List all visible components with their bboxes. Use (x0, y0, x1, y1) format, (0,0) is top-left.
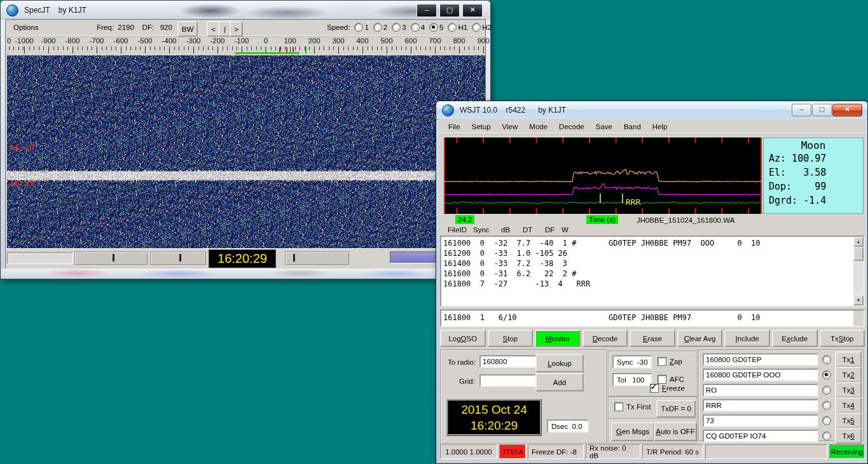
tx3-input[interactable] (703, 384, 818, 397)
avg-text-area[interactable]: 161800 1 6/10 GD0TEP JH0BBE PM97 0 10 (440, 309, 865, 327)
tx1-button[interactable]: Tx1 (835, 351, 862, 367)
waterfall-display[interactable] (7, 55, 485, 248)
tx-stop-button[interactable]: Tx Stop (820, 330, 865, 347)
wsjt-maximize-button[interactable]: ▢ (812, 104, 832, 116)
gain-slider-2[interactable] (150, 251, 206, 265)
specjt-titlebar[interactable]: SpecJT by K1JT – ▢ ✕ (1, 1, 490, 20)
freeze-checkbox[interactable] (650, 384, 659, 393)
scroll-down-icon[interactable]: ▼ (853, 295, 864, 306)
grid-input[interactable] (479, 374, 538, 387)
tx4-input[interactable] (703, 399, 818, 412)
specjt-maximize-button[interactable]: ▢ (439, 4, 460, 17)
menu-view[interactable]: View (497, 120, 524, 133)
specjt-close-button[interactable]: ✕ (462, 4, 483, 17)
menu-mode[interactable]: Mode (523, 120, 553, 133)
tol-box[interactable]: Tol 100 (612, 373, 652, 386)
slider-thumb[interactable] (293, 254, 295, 262)
txdf-button[interactable]: TxDF = 0 (656, 400, 696, 418)
scroll-right-button[interactable]: > (230, 21, 243, 37)
freeze-df-status: Freeze DF: -8 (528, 444, 584, 459)
decode-button[interactable]: Decode (582, 330, 628, 347)
menu-help[interactable]: Help (647, 120, 673, 133)
zap-checkbox[interactable] (658, 357, 666, 366)
tx1-radio[interactable] (822, 355, 831, 364)
wsjt-titlebar[interactable]: WSJT 10.0 r5422 by K1JT – ▢ ✕ (436, 101, 867, 120)
gain-slider-3[interactable] (285, 251, 349, 265)
speed-radio-h2[interactable] (472, 23, 481, 32)
specjt-minimize-button[interactable]: – (417, 4, 437, 17)
tx6-button[interactable]: Tx6 (835, 428, 862, 444)
speed-radio-5[interactable] (429, 23, 438, 32)
rx-passband-bar (235, 52, 300, 54)
rate-ratios: 1.0000 1.0000 (440, 444, 497, 459)
options-menu[interactable]: Options (13, 24, 39, 31)
tx6-input[interactable] (703, 430, 818, 442)
speed-radio-3[interactable] (392, 23, 401, 32)
afc-checkbox[interactable] (658, 375, 666, 384)
tx4-radio[interactable] (822, 401, 831, 410)
erase-button[interactable]: Erase (630, 330, 675, 347)
tx2-button[interactable]: Tx2 (835, 367, 862, 383)
speed-option-label: 5 (439, 24, 443, 31)
exclude-button[interactable]: Exclude (772, 330, 818, 347)
specjt-clock: 16:20:29 (209, 250, 276, 268)
speed-option-label: H2 (482, 24, 492, 31)
col-w: W (561, 226, 568, 234)
tx2-radio[interactable] (822, 370, 831, 379)
tx2-input[interactable] (703, 369, 818, 381)
menu-band[interactable]: Band (618, 120, 647, 133)
speed-radio-1[interactable] (354, 23, 363, 32)
menu-file[interactable]: File (443, 120, 466, 133)
mode-badge: JT65A (499, 444, 526, 459)
msgs-group: Gen Msgs Auto is OFF (608, 418, 698, 444)
freq-scale-label: -800 (65, 37, 79, 45)
frequency-scale[interactable]: 0 -1000-900-800-700-600-500-400-300-200-… (6, 37, 485, 55)
scrollbar-thumb[interactable] (853, 247, 864, 261)
log-qso-button[interactable]: Log QSO (440, 330, 486, 347)
to-radio-input[interactable] (479, 355, 538, 368)
wsjt-close-button[interactable]: ✕ (832, 104, 862, 116)
slider-thumb[interactable] (179, 254, 181, 262)
freq-scale-label: -400 (162, 37, 176, 45)
tx1-input[interactable] (703, 353, 818, 366)
tx5-input[interactable] (703, 414, 818, 427)
decode-line: 161000 0 -32 7.7 -40 1 # GD0TEP JH0BBE P… (443, 238, 761, 248)
wsjt-minimize-button[interactable]: – (792, 104, 811, 116)
clear-avg-button[interactable]: Clear Avg (677, 330, 723, 347)
speed-radio-h1[interactable] (448, 23, 457, 32)
sync-box[interactable]: Sync -30 (612, 355, 652, 369)
stop-button[interactable]: Stop (488, 330, 534, 347)
tx3-button[interactable]: Tx3 (835, 382, 862, 398)
speed-option-label: 2 (383, 24, 387, 31)
gen-msgs-button[interactable]: Gen Msgs (611, 422, 654, 441)
add-button[interactable]: Add (535, 373, 584, 391)
tx6-radio[interactable] (822, 432, 831, 440)
auto-button[interactable]: Auto is OFF (654, 422, 697, 441)
speed-option-label: H1 (458, 24, 467, 31)
menu-decode[interactable]: Decode (553, 120, 590, 133)
gain-slider-1[interactable] (74, 251, 148, 265)
freq-scale-label: 0 (264, 37, 268, 45)
tx-first-checkbox[interactable] (614, 402, 623, 411)
tx4-button[interactable]: Tx4 (835, 397, 862, 413)
bw-button[interactable]: BW (177, 21, 198, 37)
menu-setup[interactable]: Setup (466, 120, 497, 133)
freq-scale-label: 500 (380, 37, 392, 45)
speed-radio-4[interactable] (411, 23, 420, 32)
scroll-up-icon[interactable]: ▲ (853, 237, 864, 247)
menu-save[interactable]: Save (590, 120, 618, 133)
moon-dop: Dop: 99 (764, 179, 863, 193)
include-button[interactable]: Include (724, 330, 770, 347)
slider-thumb[interactable] (113, 254, 114, 262)
tx-row-1: Tx1 (703, 353, 864, 366)
decode-scrollbar[interactable]: ▲ ▼ (853, 237, 864, 306)
decode-text-area[interactable]: 161000 0 -32 7.7 -40 1 # GD0TEP JH0BBE P… (440, 236, 865, 307)
speed-radio-2[interactable] (373, 23, 382, 32)
signal-plot[interactable]: RRR (444, 137, 762, 214)
tx3-radio[interactable] (822, 386, 831, 395)
tone-marker-3 (293, 47, 294, 52)
tx5-radio[interactable] (822, 416, 831, 425)
lookup-button[interactable]: Lookup (535, 354, 584, 372)
monitor-button[interactable]: Monitor (535, 330, 581, 347)
tx5-button[interactable]: Tx5 (835, 412, 862, 428)
